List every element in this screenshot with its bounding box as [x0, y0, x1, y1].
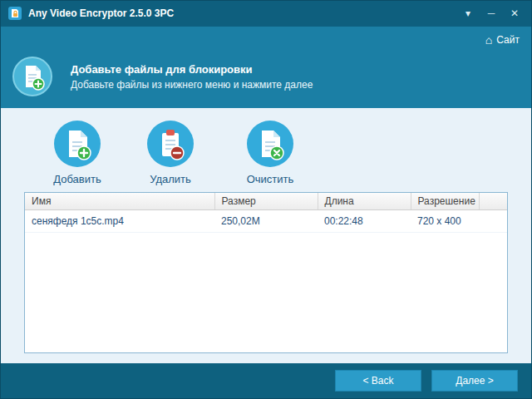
cell-name: сеняфедя 1с5с.mp4 — [25, 210, 214, 233]
table-row[interactable]: сеняфедя 1с5с.mp4 250,02M 00:22:48 720 x… — [25, 210, 507, 233]
app-window: Any Video Encryptor 2.5.0 3PC ▾ ─ ✕ ⌂ Са… — [0, 0, 532, 399]
column-length[interactable]: Длина — [318, 193, 411, 210]
remove-button-label: Удалить — [150, 173, 191, 185]
window-controls: ▾ ─ ✕ — [458, 5, 525, 22]
menu-button[interactable]: ▾ — [458, 5, 478, 22]
window-title: Any Video Encryptor 2.5.0 3PC — [28, 7, 458, 19]
footer-bar: < Back Далее > — [1, 363, 531, 398]
page-title: Добавьте файлы для блокировки — [71, 63, 313, 76]
remove-button[interactable]: Удалить — [129, 120, 212, 185]
back-button[interactable]: < Back — [335, 370, 421, 392]
app-icon — [7, 6, 22, 21]
clear-button-label: Очистить — [247, 173, 294, 185]
site-link-label: Сайт — [496, 34, 520, 46]
cell-length: 00:22:48 — [318, 210, 411, 233]
spacer — [1, 353, 531, 363]
column-name[interactable]: Имя — [25, 193, 214, 210]
toolbar: Добавить Удалить — [1, 108, 531, 185]
remove-file-icon — [146, 120, 195, 168]
home-icon: ⌂ — [485, 34, 492, 46]
cell-extra — [479, 210, 507, 233]
clear-files-icon — [246, 120, 294, 168]
clear-button[interactable]: Очистить — [229, 120, 312, 185]
title-bar[interactable]: Any Video Encryptor 2.5.0 3PC ▾ ─ ✕ — [1, 1, 531, 27]
close-button[interactable]: ✕ — [505, 5, 525, 22]
page-header: Добавьте файлы для блокировки Добавьте ф… — [1, 53, 531, 108]
table-header-row: Имя Размер Длина Разрешение — [25, 193, 507, 210]
cell-resolution: 720 x 400 — [411, 210, 479, 233]
column-size[interactable]: Размер — [214, 193, 318, 210]
header-band: ⌂ Сайт Добавьте файлы для бло — [1, 27, 531, 108]
minimize-button[interactable]: ─ — [481, 5, 501, 22]
top-bar: ⌂ Сайт — [1, 27, 531, 53]
column-resolution[interactable]: Разрешение — [411, 193, 479, 210]
main-area: Добавить Удалить — [1, 108, 531, 363]
column-extra — [479, 193, 507, 210]
header-texts: Добавьте файлы для блокировки Добавьте ф… — [71, 63, 313, 91]
add-button[interactable]: Добавить — [36, 120, 119, 185]
add-files-icon — [12, 57, 52, 96]
add-file-icon — [53, 120, 101, 168]
file-table: Имя Размер Длина Разрешение сеняфедя 1с5… — [24, 192, 508, 353]
add-button-label: Добавить — [53, 173, 101, 185]
next-button[interactable]: Далее > — [431, 370, 518, 392]
site-link[interactable]: ⌂ Сайт — [485, 34, 520, 46]
cell-size: 250,02M — [214, 210, 318, 233]
page-subtitle: Добавьте файлы из нижнего меню и нажмите… — [71, 79, 313, 91]
